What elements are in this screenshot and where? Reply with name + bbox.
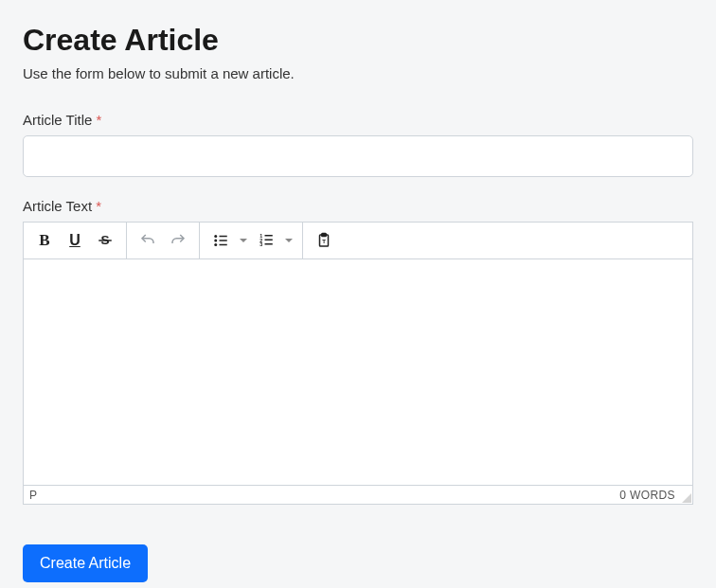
numbered-list-button[interactable]: 1 2 3: [251, 225, 281, 256]
rich-text-editor: B U S: [23, 222, 693, 505]
page-subtitle: Use the form below to submit a new artic…: [23, 65, 693, 81]
required-marker: *: [96, 198, 101, 214]
svg-rect-5: [220, 236, 227, 238]
svg-text:T: T: [322, 239, 326, 244]
strikethrough-icon: S: [97, 232, 114, 249]
article-text-field-group: Article Text * B U S: [23, 198, 693, 505]
chevron-down-icon: [239, 236, 248, 245]
numbered-list-icon: 1 2 3: [258, 232, 275, 249]
required-marker: *: [97, 112, 102, 128]
editor-toolbar: B U S: [24, 223, 692, 259]
svg-text:3: 3: [260, 241, 262, 247]
paste-text-icon: T: [315, 232, 332, 249]
editor-content-area[interactable]: [24, 259, 692, 485]
toolbar-group-lists: 1 2 3: [200, 223, 303, 258]
svg-point-2: [214, 235, 217, 238]
underline-button[interactable]: U: [60, 225, 90, 256]
bullet-list-dropdown[interactable]: [236, 225, 251, 256]
bold-icon: B: [39, 231, 49, 250]
article-title-input[interactable]: [23, 135, 693, 177]
toolbar-group-formatting: B U S: [24, 223, 127, 258]
svg-rect-7: [220, 244, 227, 246]
bullet-list-icon: [212, 232, 229, 249]
numbered-list-dropdown[interactable]: [281, 225, 296, 256]
svg-rect-11: [265, 235, 273, 237]
paste-as-text-button[interactable]: T: [309, 225, 339, 256]
editor-resize-handle[interactable]: [680, 491, 691, 503]
bold-button[interactable]: B: [29, 225, 60, 256]
editor-status-bar: P 0 WORDS: [24, 485, 692, 504]
article-title-label: Article Title *: [23, 112, 693, 128]
create-article-button[interactable]: Create Article: [23, 544, 148, 582]
article-text-label: Article Text *: [23, 198, 693, 214]
article-title-label-text: Article Title: [23, 112, 92, 128]
underline-icon: U: [69, 232, 81, 249]
undo-icon: [139, 232, 156, 249]
editor-element-path[interactable]: P: [29, 489, 37, 502]
article-title-field-group: Article Title *: [23, 112, 693, 177]
svg-rect-6: [220, 240, 227, 241]
editor-word-count[interactable]: 0 WORDS: [619, 489, 675, 502]
redo-icon: [170, 232, 187, 249]
svg-point-4: [214, 243, 217, 246]
svg-rect-15: [322, 234, 327, 237]
svg-rect-12: [265, 240, 273, 241]
undo-button[interactable]: [133, 225, 163, 256]
numbered-list-split-button[interactable]: 1 2 3: [251, 225, 296, 256]
strikethrough-button[interactable]: S: [90, 225, 120, 256]
bullet-list-button[interactable]: [206, 225, 236, 256]
toolbar-group-history: [127, 223, 200, 258]
article-text-label-text: Article Text: [23, 198, 92, 214]
page-title: Create Article: [23, 23, 693, 58]
toolbar-group-paste: T: [303, 223, 345, 258]
svg-point-3: [214, 240, 217, 242]
bullet-list-split-button[interactable]: [206, 225, 251, 256]
redo-button[interactable]: [163, 225, 193, 256]
svg-rect-13: [265, 243, 273, 245]
chevron-down-icon: [284, 236, 294, 245]
